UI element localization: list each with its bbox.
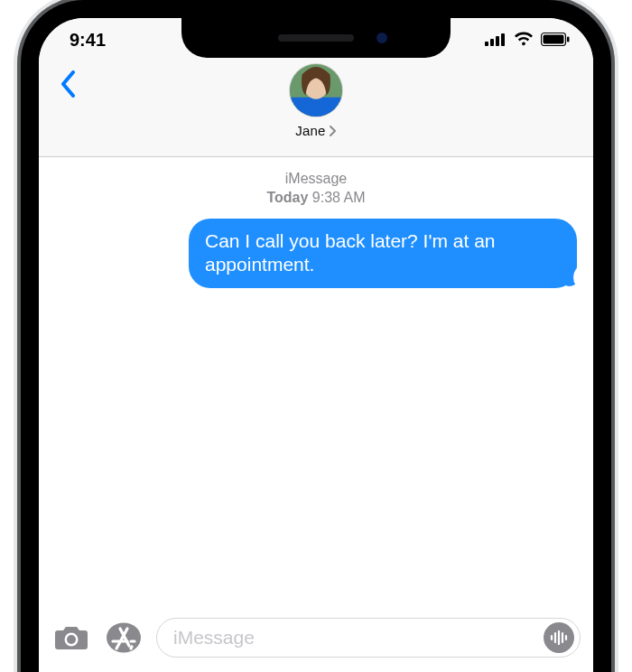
message-row: Can I call you back later? I'm at an app… [55,219,577,289]
svg-rect-0 [485,42,488,46]
svg-rect-3 [501,33,505,46]
front-camera [376,33,387,43]
thread-timestamp: iMessage Today 9:38 AM [55,170,577,208]
contact-name-button[interactable]: Jane [295,123,336,138]
audio-waveform-icon [550,630,568,645]
svg-line-17 [131,647,132,649]
svg-rect-5 [544,34,564,43]
avatar-image [290,63,342,117]
camera-button[interactable] [51,618,91,658]
chevron-left-icon [60,70,77,98]
notch [181,18,451,58]
message-input[interactable]: iMessage [156,618,581,658]
battery-icon [541,30,570,51]
contact-avatar[interactable] [289,63,343,117]
camera-icon [54,624,88,651]
chevron-right-icon [329,126,337,136]
earpiece-speaker [278,34,354,42]
message-text: Can I call you back later? I'm at an app… [205,230,496,275]
svg-rect-8 [290,98,342,117]
message-input-placeholder: iMessage [173,627,536,649]
timestamp-day: Today [266,190,308,205]
timestamp-time: 9:38 AM [312,190,366,205]
app-store-apps-button[interactable] [104,618,144,658]
iphone-device-frame: 9:41 [21,0,611,672]
svg-rect-1 [490,39,494,46]
contact-name-label: Jane [295,123,325,138]
back-button[interactable] [51,67,86,101]
app-store-icon [106,621,142,654]
svg-rect-6 [567,36,570,42]
compose-bar: iMessage [39,612,593,672]
audio-record-button[interactable] [544,622,574,653]
cellular-signal-icon [485,30,507,51]
svg-rect-2 [496,36,499,46]
service-label: iMessage [55,170,577,189]
conversation-header: Jane [39,61,593,157]
svg-point-11 [67,635,76,644]
screen: 9:41 [39,18,593,672]
sent-message-bubble[interactable]: Can I call you back later? I'm at an app… [189,219,577,289]
status-time: 9:41 [70,30,106,51]
wifi-icon [514,30,534,51]
bubble-tail [564,268,582,286]
message-thread[interactable]: iMessage Today 9:38 AM Can I call you ba… [39,157,593,612]
